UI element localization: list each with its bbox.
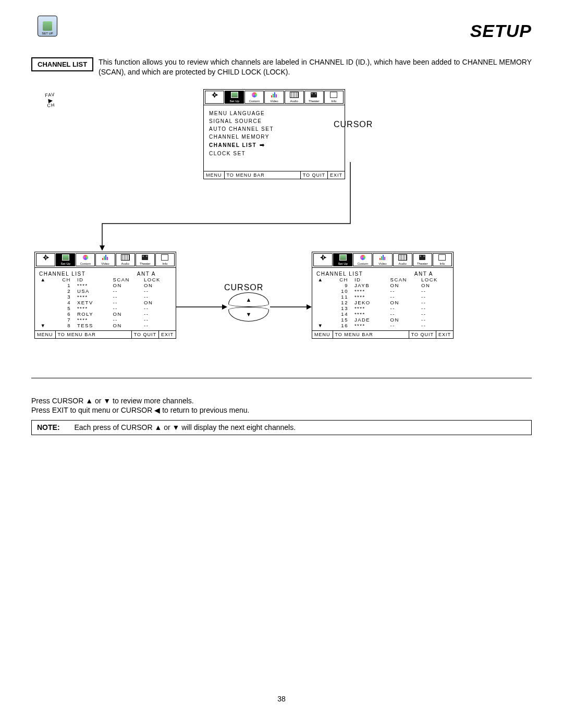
cell-lock: -- <box>143 311 172 317</box>
row-arrow-blank <box>39 317 47 323</box>
down-arrow-icon: ▼ <box>103 397 111 405</box>
icon-label: Audio <box>285 100 303 103</box>
osd-main-footer: MENU TO MENU BAR TO QUIT EXIT <box>204 171 345 179</box>
cell-ch: 15 <box>325 317 353 323</box>
icon-label: Audio <box>394 262 412 265</box>
row-arrow-blank <box>39 294 47 300</box>
footer-tomenubar: TO MENU BAR <box>56 331 131 338</box>
cell-ch: 13 <box>325 305 353 311</box>
menu-item: SIGNAL SOURCE <box>209 117 339 125</box>
icon-label: Set Up <box>225 100 243 103</box>
theater-icon: Theater <box>304 91 324 104</box>
up-arrow-icon: ▲ <box>85 397 93 405</box>
bottom-instructions: Press CURSOR ▲ or ▼ to review more chann… <box>31 396 532 435</box>
footer-exit: EXIT <box>436 331 453 338</box>
icon-label: Theater <box>136 262 154 265</box>
th-ch: CH <box>47 277 76 282</box>
cell-id: **** <box>353 294 389 300</box>
diagram-area: ▲◀ ▶▼Set UpCustomVideoAudioTheaterInfo M… <box>31 86 532 378</box>
note-a: Each press of CURSOR <box>74 423 154 431</box>
footer-menu: MENU <box>312 331 333 338</box>
cell-lock: -- <box>420 323 449 328</box>
menu-item: MENU LANGUAGE <box>209 109 339 117</box>
info-icon: Info <box>155 253 175 266</box>
instr1-c: to review more channels. <box>111 397 194 405</box>
row-arrow-blank <box>316 305 325 311</box>
row-arrow-blank <box>316 288 325 294</box>
row-arrow-blank <box>316 294 325 300</box>
cell-lock: -- <box>143 317 172 323</box>
cell-lock: -- <box>143 294 172 300</box>
setup-icon: Set Up <box>225 91 244 104</box>
cursor-ellipse-ch: CH <box>47 103 55 108</box>
footer-exit: EXIT <box>327 171 345 179</box>
row-arrow-blank <box>39 300 47 305</box>
th-id: ID <box>76 277 112 282</box>
table-row: 3****---- <box>39 294 172 300</box>
icon-label: Video <box>96 262 114 265</box>
info-icon: Info <box>433 253 452 266</box>
row-arrow-blank <box>39 288 47 294</box>
cell-ch: 5 <box>47 305 76 311</box>
footer-toquit: TO QUIT <box>131 331 158 338</box>
table-row: 9JAYBONON <box>316 282 449 288</box>
cell-lock: -- <box>143 288 172 294</box>
menu-item: CHANNEL LIST➡ <box>209 141 339 150</box>
down-arrow-icon: ▼ <box>173 423 180 431</box>
cell-scan: -- <box>112 288 143 294</box>
cursor-ellipse-updown: ▲ ▼ <box>228 292 268 322</box>
row-arrow-blank <box>316 317 325 323</box>
row-arrow-blank <box>316 282 325 288</box>
cell-id: **** <box>353 311 389 317</box>
cell-lock: -- <box>143 305 172 311</box>
menu-icon-row: ▲◀ ▶▼Set UpCustomVideoAudioTheaterInfo <box>312 252 453 268</box>
icon-label: Video <box>373 262 391 265</box>
cell-ch: 7 <box>47 317 76 323</box>
theater-icon: Theater <box>136 253 155 266</box>
icon-label: Info <box>325 100 343 103</box>
icon-label: Custom <box>76 262 94 265</box>
cell-ch: 12 <box>325 300 353 305</box>
table-row: ▼16****---- <box>316 323 449 328</box>
instr1-b: or <box>93 397 103 405</box>
channel-list-label: CHANNEL LIST <box>31 57 93 71</box>
cell-ch: 4 <box>47 300 76 305</box>
video-icon: Video <box>264 91 284 104</box>
cell-scan: ON <box>389 282 420 288</box>
cell-scan: -- <box>389 288 420 294</box>
cell-scan: ON <box>389 300 420 305</box>
table-row: 10****---- <box>316 288 449 294</box>
table-row: 1****ONON <box>39 282 172 288</box>
cell-id: **** <box>353 305 389 311</box>
row-arrow-blank <box>39 311 47 317</box>
menu-icon-row: ▲◀ ▶▼Set UpCustomVideoAudioTheaterInfo <box>204 90 345 105</box>
osd-main-menu: ▲◀ ▶▼Set UpCustomVideoAudioTheaterInfo M… <box>203 89 345 179</box>
note-b: or <box>162 423 172 431</box>
cursor-ellipse-right: FAV ▶ CH <box>30 84 71 117</box>
icon-label: Theater <box>413 262 432 265</box>
info-icon: Info <box>324 91 344 104</box>
osd-main-menu-body: MENU LANGUAGESIGNAL SOURCEAUTO CHANNEL S… <box>204 105 345 171</box>
cell-lock: -- <box>420 300 449 305</box>
table-row: 4XETV--ON <box>39 300 172 305</box>
osd-channel-list-left: ▲◀ ▶▼Set UpCustomVideoAudioTheaterInfo C… <box>34 252 176 339</box>
table-row: ▼8TESSON-- <box>39 323 172 328</box>
cell-lock: -- <box>420 294 449 300</box>
icon-label: Info <box>433 262 451 265</box>
left-arrow-icon: ◀ <box>154 406 160 414</box>
footer-toquit: TO QUIT <box>409 331 436 338</box>
table-row: 12JEKOON-- <box>316 300 449 305</box>
table-row: 2USA---- <box>39 288 172 294</box>
cell-id: ROLY <box>76 311 112 317</box>
cell-id: JAYB <box>353 282 389 288</box>
cell-id: TESS <box>76 323 112 328</box>
setup-page-icon: SET UP <box>38 16 57 36</box>
cell-id: XETV <box>76 300 112 305</box>
cell-id: **** <box>76 282 112 288</box>
instr2-b: to return to previous menu. <box>160 406 249 414</box>
footer-exit: EXIT <box>158 331 176 338</box>
th-lock: LOCK <box>420 277 449 282</box>
cell-id: **** <box>353 323 389 328</box>
cell-id: JADE <box>353 317 389 323</box>
menu-item: CHANNEL MEMORY <box>209 133 339 141</box>
